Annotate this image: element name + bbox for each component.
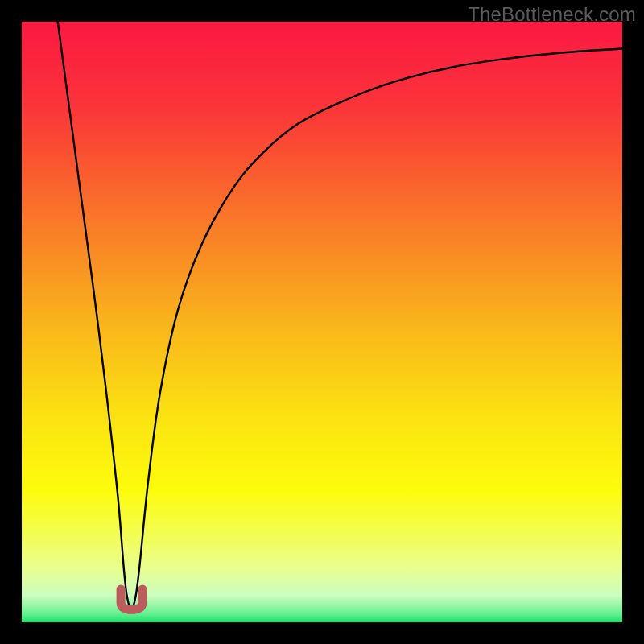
minimum-marker	[121, 589, 142, 609]
plot-area	[22, 22, 622, 622]
watermark-text: TheBottleneck.com	[468, 3, 636, 26]
chart-frame: TheBottleneck.com	[0, 0, 644, 644]
curve-layer	[22, 22, 622, 622]
bottleneck-curve	[58, 22, 622, 609]
